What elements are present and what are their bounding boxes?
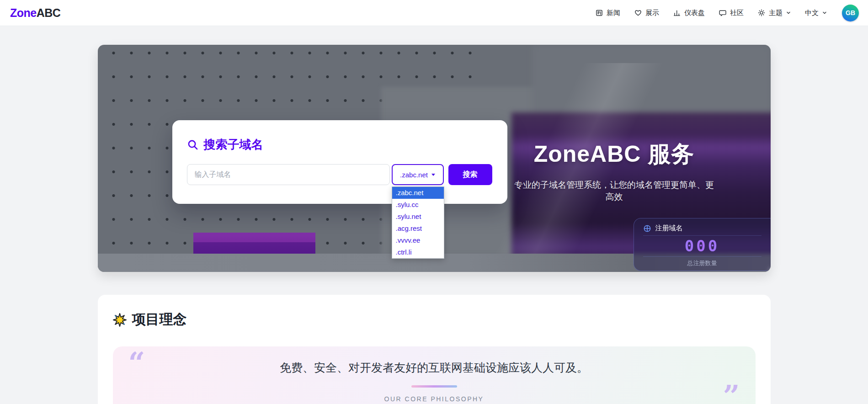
tld-option[interactable]: .ctrl.li xyxy=(392,246,444,258)
nav-item-label: 中文 xyxy=(805,9,819,17)
tld-option[interactable]: .sylu.net xyxy=(392,211,444,223)
nav-item-label: 展示 xyxy=(645,9,659,17)
bar-chart-icon xyxy=(673,9,681,17)
tld-option[interactable]: .sylu.cc xyxy=(392,199,444,211)
counter-caption: 总注册数量 xyxy=(643,259,761,267)
search-button[interactable]: 搜索 xyxy=(448,164,492,185)
philosophy-header: 项目理念 xyxy=(113,310,756,329)
tld-option[interactable]: .vvvv.ee xyxy=(392,234,444,246)
close-quote: ” xyxy=(723,381,740,404)
user-avatar[interactable]: GB xyxy=(842,5,859,21)
nav-item-language[interactable]: 中文 xyxy=(805,9,827,17)
counter-title: 注册域名 xyxy=(655,224,683,233)
nav-menu: 新闻 展示 仪表盘 社区 主题 中文 GB xyxy=(595,5,859,21)
philosophy-section: 项目理念 “ 免费、安全、对开发者友好的互联网基础设施应该人人可及。 OUR C… xyxy=(98,295,771,404)
philosophy-title: 项目理念 xyxy=(132,310,187,329)
nav-item-community[interactable]: 社区 xyxy=(719,9,744,17)
newspaper-icon xyxy=(595,9,603,17)
tld-select-wrap: .zabc.net .zabc.net .sylu.cc .sylu.net .… xyxy=(392,164,444,185)
open-quote: “ xyxy=(128,348,145,377)
nav-item-showcase[interactable]: 展示 xyxy=(634,9,659,17)
sun-icon xyxy=(757,9,766,17)
brand-logo-primary: Zone xyxy=(10,6,37,19)
search-card-header: 搜索子域名 xyxy=(187,137,493,153)
subdomain-input[interactable] xyxy=(187,164,390,185)
hero-headline: ZoneABC 服务 xyxy=(511,139,717,170)
brand-logo-secondary: ABC xyxy=(37,6,61,19)
top-nav: ZoneABC 新闻 展示 仪表盘 社区 主题 中文 GB xyxy=(0,0,868,26)
hero-banner: 搜索子域名 .zabc.net .zabc.net .sylu.cc .sylu… xyxy=(98,45,771,272)
nav-item-label: 社区 xyxy=(730,9,744,17)
hero-bg-purple-bar xyxy=(193,233,315,254)
heart-icon xyxy=(634,9,642,17)
nav-item-dashboard[interactable]: 仪表盘 xyxy=(673,9,705,17)
search-card-title: 搜索子域名 xyxy=(204,137,263,153)
main-content: 搜索子域名 .zabc.net .zabc.net .sylu.cc .sylu… xyxy=(0,45,868,404)
nav-item-label: 主题 xyxy=(769,9,783,17)
nav-item-label: 仪表盘 xyxy=(684,9,705,17)
search-icon xyxy=(187,139,199,151)
hero-copy: ZoneABC 服务 专业的子域名管理系统，让您的域名管理更简单、更高效 xyxy=(511,139,717,203)
counter-value: 000 xyxy=(643,235,761,257)
star-icon xyxy=(113,313,127,327)
tld-select[interactable]: .zabc.net xyxy=(392,164,444,185)
search-card: 搜索子域名 .zabc.net .zabc.net .sylu.cc .sylu… xyxy=(172,120,507,204)
quote-divider xyxy=(411,385,457,388)
registered-domains-card: 注册域名 000 总注册数量 xyxy=(634,218,771,271)
quote-card: “ 免费、安全、对开发者友好的互联网基础设施应该人人可及。 OUR CORE P… xyxy=(113,346,756,404)
tld-option[interactable]: .zabc.net xyxy=(392,187,444,199)
nav-item-theme[interactable]: 主题 xyxy=(757,9,791,17)
tld-dropdown: .zabc.net .sylu.cc .sylu.net .acg.rest .… xyxy=(392,186,444,259)
caret-down-icon xyxy=(431,174,435,176)
quote-text: 免费、安全、对开发者友好的互联网基础设施应该人人可及。 xyxy=(145,360,724,375)
nav-item-label: 新闻 xyxy=(607,9,620,17)
chevron-down-icon xyxy=(822,10,827,16)
search-row: .zabc.net .zabc.net .sylu.cc .sylu.net .… xyxy=(187,164,493,185)
chat-bubble-icon xyxy=(719,9,727,17)
hero-subheadline: 专业的子域名管理系统，让您的域名管理更简单、更高效 xyxy=(511,179,717,203)
brand-logo[interactable]: ZoneABC xyxy=(10,6,60,20)
counter-header: 注册域名 xyxy=(643,224,761,233)
globe-icon xyxy=(643,224,651,233)
chevron-down-icon xyxy=(786,10,791,16)
tld-option[interactable]: .acg.rest xyxy=(392,223,444,234)
tld-select-value: .zabc.net xyxy=(400,171,428,179)
quote-caption: OUR CORE PHILOSOPHY xyxy=(145,395,724,403)
nav-item-news[interactable]: 新闻 xyxy=(595,9,620,17)
